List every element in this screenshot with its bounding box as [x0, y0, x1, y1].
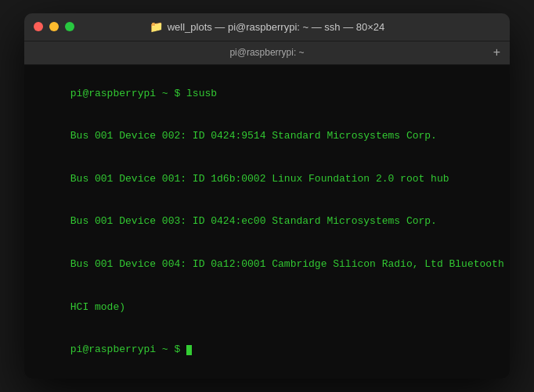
terminal-line-4: Bus 001 Device 003: ID 0424:ec00 Standar…: [34, 200, 500, 243]
folder-icon: 📁: [150, 20, 163, 33]
terminal-line-6: HCI mode): [34, 286, 500, 329]
output-4: Bus 001 Device 003: ID 0424:ec00 Standar…: [70, 215, 437, 227]
minimize-button[interactable]: [49, 22, 59, 31]
maximize-button[interactable]: [65, 22, 74, 31]
output-5: Bus 001 Device 004: ID 0a12:0001 Cambrid…: [70, 258, 510, 270]
terminal-line-5: Bus 001 Device 004: ID 0a12:0001 Cambrid…: [34, 243, 500, 286]
new-tab-button[interactable]: +: [493, 46, 500, 59]
terminal-line-1: pi@raspberrypi ~ $ lsusb: [34, 73, 500, 116]
traffic-lights: [34, 22, 74, 31]
terminal-body[interactable]: pi@raspberrypi ~ $ lsusb Bus 001 Device …: [24, 65, 510, 379]
output-6: HCI mode): [70, 301, 125, 313]
terminal-line-7: pi@raspberrypi ~ $: [34, 329, 500, 372]
tab-title: pi@raspberrypi: ~: [229, 47, 304, 58]
output-2: Bus 001 Device 002: ID 0424:9514 Standar…: [70, 130, 437, 142]
title-bar: 📁 well_plots — pi@raspberrypi: ~ — ssh —…: [24, 13, 510, 41]
prompt-1: pi@raspberrypi ~ $ lsusb: [70, 88, 217, 99]
window-title-area: 📁 well_plots — pi@raspberrypi: ~ — ssh —…: [150, 20, 385, 33]
cursor: [186, 345, 192, 355]
window-title: well_plots — pi@raspberrypi: ~ — ssh — 8…: [168, 21, 385, 33]
prompt-7: pi@raspberrypi ~ $: [70, 343, 186, 355]
close-button[interactable]: [34, 22, 43, 31]
terminal-line-2: Bus 001 Device 002: ID 0424:9514 Standar…: [34, 115, 500, 158]
tab-bar: pi@raspberrypi: ~ +: [24, 41, 510, 65]
output-3: Bus 001 Device 001: ID 1d6b:0002 Linux F…: [70, 173, 449, 185]
terminal-window: 📁 well_plots — pi@raspberrypi: ~ — ssh —…: [24, 13, 510, 379]
terminal-line-3: Bus 001 Device 001: ID 1d6b:0002 Linux F…: [34, 158, 500, 201]
